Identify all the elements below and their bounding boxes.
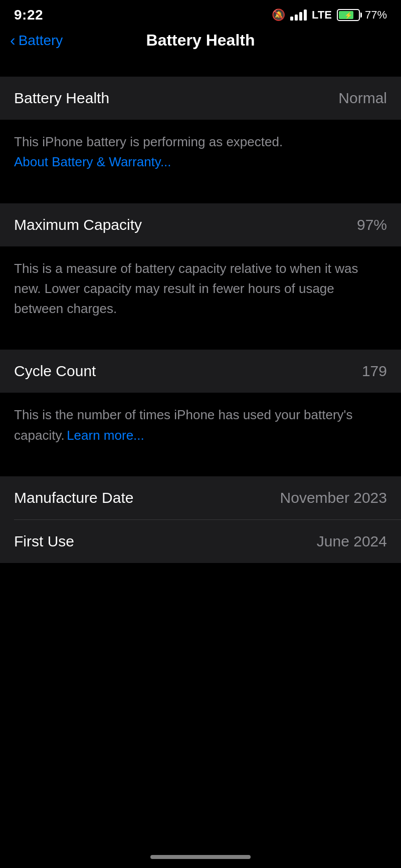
- max-capacity-desc-text: This is a measure of battery capacity re…: [14, 261, 358, 317]
- cycle-count-label: Cycle Count: [14, 363, 96, 380]
- section-gap-3: [0, 333, 401, 350]
- battery-health-description: This iPhone battery is performing as exp…: [0, 120, 401, 186]
- battery-health-label: Battery Health: [14, 90, 109, 107]
- back-button[interactable]: ‹ Battery: [10, 33, 63, 49]
- manufacture-date-value: November 2023: [280, 489, 387, 506]
- cycle-count-desc-text: This is the number of times iPhone has u…: [14, 407, 353, 442]
- battery-indicator: ⚡: [337, 9, 360, 21]
- about-battery-warranty-link[interactable]: About Battery & Warranty...: [14, 154, 171, 169]
- status-icons: 🔕 LTE ⚡ 77%: [272, 9, 387, 22]
- battery-health-section: Battery Health Normal: [0, 77, 401, 120]
- cycle-count-description: This is the number of times iPhone has u…: [0, 393, 401, 459]
- page-title: Battery Health: [146, 31, 255, 50]
- cycle-count-value: 179: [362, 363, 387, 380]
- battery-health-value: Normal: [338, 90, 387, 107]
- first-use-value: June 2024: [317, 533, 387, 550]
- max-capacity-label: Maximum Capacity: [14, 216, 142, 233]
- status-time: 9:22: [14, 7, 43, 23]
- back-label: Battery: [19, 33, 63, 49]
- manufacture-date-row: Manufacture Date November 2023: [0, 476, 401, 519]
- cycle-count-section: Cycle Count 179: [0, 350, 401, 393]
- battery-bolt-icon: ⚡: [344, 12, 352, 19]
- battery-percent: 77%: [365, 9, 387, 22]
- lte-label: LTE: [312, 9, 332, 22]
- bell-mute-icon: 🔕: [272, 9, 285, 22]
- first-use-label: First Use: [14, 533, 74, 550]
- chevron-left-icon: ‹: [10, 32, 16, 48]
- battery-health-desc-text: This iPhone battery is performing as exp…: [14, 134, 283, 149]
- section-gap-1: [0, 60, 401, 77]
- dates-section: Manufacture Date November 2023 First Use…: [0, 476, 401, 563]
- learn-more-text: Learn more...: [67, 428, 144, 443]
- status-bar: 9:22 🔕 LTE ⚡ 77%: [0, 0, 401, 27]
- learn-more-link[interactable]: Learn more...: [67, 428, 144, 443]
- manufacture-date-label: Manufacture Date: [14, 489, 133, 506]
- cycle-count-row: Cycle Count 179: [0, 350, 401, 393]
- max-capacity-row: Maximum Capacity 97%: [0, 203, 401, 246]
- max-capacity-value: 97%: [357, 216, 387, 233]
- battery-shell: ⚡: [337, 9, 360, 21]
- battery-health-row: Battery Health Normal: [0, 77, 401, 120]
- max-capacity-section: Maximum Capacity 97%: [0, 203, 401, 246]
- signal-bars: [290, 10, 307, 21]
- first-use-row: First Use June 2024: [0, 520, 401, 563]
- nav-header: ‹ Battery Battery Health: [0, 27, 401, 60]
- max-capacity-description: This is a measure of battery capacity re…: [0, 246, 401, 333]
- home-indicator: [150, 855, 251, 859]
- section-gap-2: [0, 186, 401, 203]
- section-gap-4: [0, 459, 401, 476]
